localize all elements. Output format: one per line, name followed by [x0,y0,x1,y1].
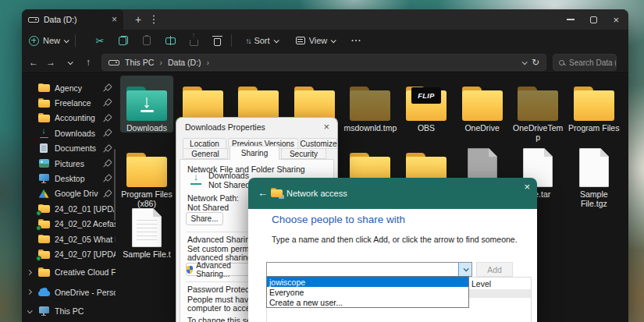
sort-button[interactable]: ↑↓ Sort [239,32,284,49]
sidebar-item-google-drive-g[interactable]: Google Drive (G:) [22,186,116,201]
sidebar-item-24-02-07-update-ge-h[interactable]: 24_02_07 [UPDATE] [GE] H [22,246,116,261]
new-button[interactable]: New [28,32,69,49]
sidebar-item-accounting[interactable]: Accounting [22,111,116,126]
view-icon [296,37,305,44]
tab-customize[interactable]: Customize [300,138,337,149]
sidebar-item-label: Agency [55,83,98,93]
document-icon [37,143,50,154]
file-tile-program-files[interactable]: Program Files [568,76,621,133]
new-tab-button[interactable]: + [131,12,145,27]
refresh-icon[interactable]: ↻ [532,57,539,68]
dropdown-item-everyone[interactable]: Everyone [267,287,468,297]
pin-icon [103,160,111,168]
tab-security[interactable]: Security [281,148,326,159]
dropdown-item-jowiscope[interactable]: jowiscope [267,277,468,287]
up-button[interactable]: ↑ [81,55,95,70]
network-access-dialog: ← Network access × Choose people to shar… [248,178,537,322]
window-controls: × [567,9,619,30]
drive-icon [109,60,119,65]
sidebar-item-documents[interactable]: Documents [22,141,116,156]
folder-icon [237,77,280,121]
file-tile-unnamed[interactable] [176,76,229,123]
sidebar-item-onedrive-personal[interactable]: OneDrive - Personal [22,285,116,299]
maximize-button[interactable] [590,16,597,23]
sidebar-item-24-02-05-what-is-a-cropp[interactable]: 24_02_05 What Is a Cropp [22,232,116,246]
combobox-dropdown-button[interactable] [458,263,471,276]
dialog-close-icon[interactable]: × [323,121,329,133]
sidebar-item-label: Creative Cloud Files Persor [55,267,116,277]
file-tile-onedrivetemp[interactable]: OneDriveTemp [511,76,564,142]
permission-level-column-header[interactable]: Level [471,279,491,288]
tab-sharing[interactable]: Sharing [229,146,279,160]
dialog-header: ← Network access × [248,178,537,209]
shared-item-name: Downloads [208,171,249,180]
share-button-label: Share... [190,214,218,223]
search-input[interactable]: Search Data (D:) [553,54,617,71]
file-tile-onedrive[interactable]: OneDrive [456,76,509,133]
file-tile-unnamed[interactable] [232,76,285,123]
search-placeholder: Search Data (D:) [569,58,617,67]
file-tile-sample-file-t[interactable]: Sample File.t [120,202,173,259]
folder-icon [37,83,50,94]
see-more-button[interactable] [347,32,365,49]
sidebar-item-creative-cloud-files-persor[interactable]: Creative Cloud Files Persor [22,265,116,280]
sidebar-item-downloads[interactable]: Downloads [22,126,116,140]
pc-icon [37,306,50,317]
copy-button[interactable] [112,32,134,49]
search-icon [559,60,564,65]
tab-general[interactable]: General [183,148,228,159]
recent-locations-button[interactable] [62,55,76,70]
sidebar-item-label: Pictures [55,159,98,168]
cut-button[interactable]: ✂ [89,32,111,49]
dialog-close-icon[interactable]: × [524,181,530,193]
tree-chevron-icon[interactable] [25,310,33,313]
sidebar-item-this-pc[interactable]: This PC [22,304,116,319]
dropdown-item-create-a-new-user[interactable]: Create a new user... [267,297,468,307]
file-tile-sample-file-tgz[interactable]: Sample File.tgz [568,142,621,208]
download-arrow-icon: ↓ [125,93,169,112]
folder-icon [181,77,225,121]
people-combobox[interactable] [266,262,472,277]
rename-button[interactable] [159,32,181,49]
delete-button[interactable] [206,32,228,49]
file-tile-program-files-x86[interactable]: Program Files (x86) [120,142,173,208]
file-tile-downloads[interactable]: ↓Downloads [120,76,173,133]
breadcrumb[interactable]: This PC›Data (D:)› ↻ [101,54,546,71]
sidebar-item-label: Accounting [55,113,98,122]
pin-icon [103,114,111,122]
share-button[interactable] [183,32,205,49]
file-label: OBS [418,123,435,133]
tree-chevron-icon[interactable] [25,290,33,294]
explorer-tab[interactable]: Data (D:) × [22,9,123,30]
more-icon [355,40,357,41]
view-button[interactable]: View [292,32,339,49]
sidebar-item-agency[interactable]: Agency [22,80,116,95]
address-dropdown-icon[interactable] [522,59,528,65]
breadcrumb-segment[interactable]: Data (D:) [168,58,201,67]
file-tile-obs[interactable]: FLIPOBS [400,76,453,133]
sidebar-item-desktop[interactable]: Desktop [22,171,116,186]
tab-options-icon[interactable] [153,19,155,20]
paste-button[interactable] [136,32,158,49]
tree-chevron-icon[interactable] [25,271,33,274]
close-button[interactable]: × [613,15,619,25]
add-button[interactable]: Add [476,262,513,277]
back-button[interactable]: ← [27,55,41,70]
tab-close-icon[interactable]: × [112,14,117,25]
back-icon[interactable]: ← [258,187,268,199]
sidebar-item-24-02-02-acefast-pwrup[interactable]: 24_02_02 Acefast PWRUP [22,217,116,232]
file-tile-msdownld-tmp[interactable]: msdownld.tmp [343,76,397,133]
sidebar-item-freelance[interactable]: Freelance [22,95,116,110]
sidebar-item-label: Freelance [55,98,98,108]
tab-location[interactable]: Location [183,138,226,149]
folder-icon [125,143,169,187]
sidebar-item-pictures[interactable]: Pictures [22,156,116,171]
file-tile-unnamed[interactable] [288,76,341,123]
forward-button[interactable]: → [44,55,58,70]
breadcrumb-chevron-icon: › [159,58,162,67]
share-button[interactable]: Share... [186,212,223,225]
sidebar-item-24-02-01-update-sir-h[interactable]: 24_02_01 [UPDATE] [SIR] H [22,201,116,216]
minimize-button[interactable] [567,19,575,19]
folder-icon [37,234,50,245]
breadcrumb-segment[interactable]: This PC [125,58,154,67]
